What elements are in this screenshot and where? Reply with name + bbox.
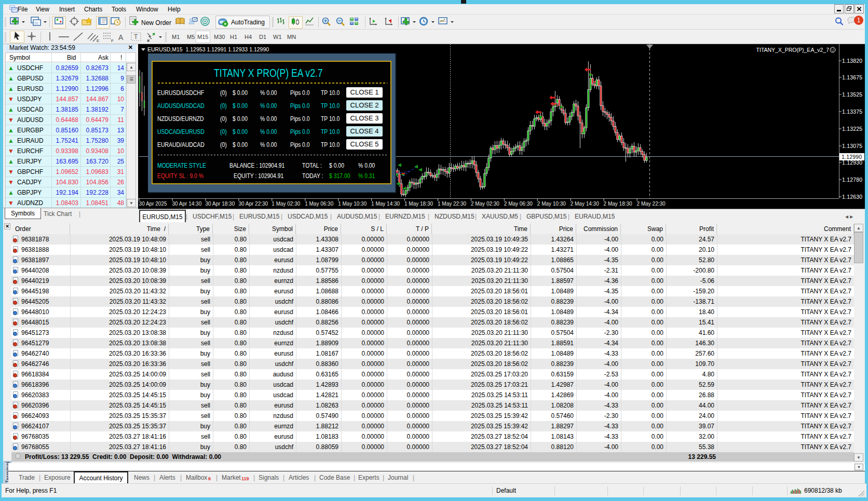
svg-text:1.13375: 1.13375 — [842, 109, 862, 115]
svg-text:30 Apr 2025: 30 Apr 2025 — [139, 201, 167, 207]
svg-text:1.12630: 1.12630 — [842, 194, 862, 200]
svg-text:2 May 06:30: 2 May 06:30 — [504, 201, 533, 207]
svg-text:1: 1 — [857, 17, 861, 24]
svg-text:1 May 10:30: 1 May 10:30 — [338, 201, 367, 207]
svg-text:1 May 02:30: 1 May 02:30 — [272, 201, 300, 207]
svg-text:30 Apr 22:30: 30 Apr 22:30 — [238, 201, 268, 207]
svg-text:1 May 14:30: 1 May 14:30 — [371, 201, 400, 207]
svg-text:EURUSD,M15 1.12953 1.12991 1.: EURUSD,M15 1.12953 1.12991 1.12933 1.129… — [147, 46, 269, 52]
svg-text:E: E — [97, 38, 99, 43]
svg-text:T: T — [134, 33, 138, 40]
svg-text:1.13525: 1.13525 — [842, 91, 862, 98]
svg-text:1.13675: 1.13675 — [842, 74, 862, 80]
svg-text:30 Apr 18:30: 30 Apr 18:30 — [206, 201, 235, 207]
svg-text:1.12990: 1.12990 — [842, 154, 862, 160]
svg-text:TITANY_X_PRO(P)_EA_v2_7: TITANY_X_PRO(P)_EA_v2_7 — [756, 47, 830, 53]
svg-text:1.13820: 1.13820 — [842, 58, 862, 64]
svg-text:2 May 10:30: 2 May 10:30 — [537, 201, 566, 207]
svg-text:2 May 14:30: 2 May 14:30 — [571, 201, 599, 207]
svg-text:1 May 22:30: 1 May 22:30 — [438, 201, 466, 207]
svg-text:2 May 22:30: 2 May 22:30 — [637, 201, 666, 207]
svg-text:30 Apr 14:30: 30 Apr 14:30 — [172, 201, 202, 207]
svg-text:1.13225: 1.13225 — [842, 126, 862, 132]
svg-text:1 May 18:30: 1 May 18:30 — [404, 201, 433, 207]
svg-text:1.13075: 1.13075 — [842, 143, 862, 149]
svg-text:2 May 18:30: 2 May 18:30 — [604, 201, 632, 207]
svg-text:F: F — [111, 38, 114, 43]
svg-text:1 May 06:30: 1 May 06:30 — [305, 201, 333, 207]
svg-text:1.12780: 1.12780 — [842, 177, 862, 183]
svg-text:2 May 02:30: 2 May 02:30 — [471, 201, 499, 207]
